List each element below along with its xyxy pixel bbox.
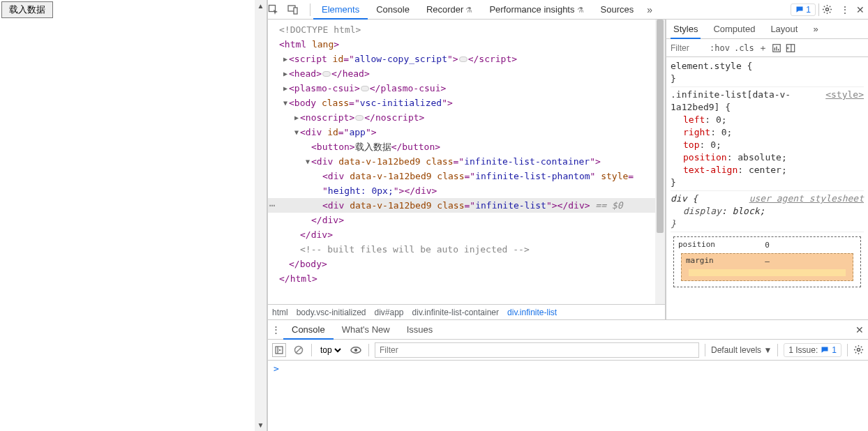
expand-arrow-icon[interactable]: ▶: [292, 110, 301, 125]
page-scrollbar[interactable]: ▲ ▼: [255, 0, 267, 431]
log-levels-select[interactable]: Default levels ▼: [711, 345, 772, 355]
tree-scrollbar[interactable]: [655, 20, 665, 304]
css-prop: display: [683, 206, 721, 216]
dom-node[interactable]: ▶<plasmo-csui></plasmo-csui>: [268, 81, 665, 96]
css-prop[interactable]: top: [683, 139, 699, 150]
dom-node[interactable]: </div>: [268, 227, 665, 242]
tab-console[interactable]: Console: [368, 0, 418, 20]
breadcrumb-item[interactable]: body.vsc-initialized: [297, 308, 366, 317]
dom-node[interactable]: </body>: [268, 257, 665, 271]
box-model[interactable]: position 0 margin –: [673, 236, 861, 287]
console-sidebar-toggle-icon[interactable]: [272, 343, 286, 357]
load-data-button[interactable]: 载入数据: [1, 1, 53, 18]
dom-tree[interactable]: <!DOCTYPE html> <html lang> ▶<script id=…: [268, 20, 665, 304]
breadcrumb-item-active[interactable]: div.infinite-list: [507, 308, 557, 317]
settings-gear-icon[interactable]: [822, 4, 837, 15]
scrollbar-thumb[interactable]: [657, 20, 664, 233]
computed-styles-icon[interactable]: [772, 43, 781, 53]
tab-elements[interactable]: Elements: [313, 0, 368, 20]
console-prompt: >: [274, 363, 279, 374]
kebab-menu-icon[interactable]: ⋮: [837, 4, 853, 15]
tab-layout[interactable]: Layout: [768, 20, 800, 39]
ellipsis-pill-icon[interactable]: [459, 56, 467, 62]
context-select[interactable]: top: [317, 345, 343, 356]
dom-node[interactable]: <button>载入数据</button>: [268, 139, 665, 154]
css-prop[interactable]: text-align: [683, 165, 738, 175]
issues-counter[interactable]: 1 Issue: 1: [784, 343, 841, 357]
dom-node[interactable]: </div>: [268, 213, 665, 227]
hov-toggle[interactable]: :hov: [710, 43, 730, 53]
dom-node[interactable]: </html>: [268, 271, 665, 286]
collapse-arrow-icon[interactable]: ▼: [303, 154, 313, 169]
css-brace: }: [671, 73, 864, 85]
close-devtools-icon[interactable]: ✕: [853, 4, 868, 15]
css-selector[interactable]: .infinite-list[data-v-1a12bed9] {: [671, 89, 791, 112]
scroll-up-arrow-icon[interactable]: ▲: [257, 0, 264, 12]
issue-count: 1: [806, 5, 811, 15]
live-expression-icon[interactable]: [349, 343, 363, 357]
css-selector[interactable]: element.style {: [671, 61, 752, 71]
breadcrumb-item[interactable]: html: [272, 308, 288, 317]
breadcrumb-item[interactable]: div#app: [375, 308, 404, 317]
css-prop[interactable]: right: [683, 127, 710, 137]
tab-recorder[interactable]: Recorder⚗: [418, 0, 481, 20]
dom-node[interactable]: ▼<div id="app">: [268, 125, 665, 139]
css-source-link: user agent stylesheet: [749, 192, 864, 205]
tab-computed[interactable]: Computed: [710, 20, 758, 39]
tab-sources[interactable]: Sources: [592, 0, 643, 20]
css-prop[interactable]: left: [683, 114, 705, 125]
css-brace: }: [671, 218, 864, 230]
drawer-tab-issues[interactable]: Issues: [398, 320, 442, 340]
dom-node[interactable]: ▶<script id="allow-copy_script"></script…: [268, 52, 665, 66]
styles-body[interactable]: element.style { } <style>.infinite-list[…: [666, 57, 868, 319]
cls-toggle[interactable]: .cls: [734, 43, 754, 53]
dom-node[interactable]: "height: 0px;"></div>: [268, 183, 665, 198]
flask-icon: ⚗: [465, 6, 472, 14]
device-toggle-icon[interactable]: [287, 4, 307, 15]
ellipsis-pill-icon[interactable]: [322, 71, 331, 77]
dom-node[interactable]: ▶<head></head>: [268, 66, 665, 81]
inspect-element-icon[interactable]: [268, 4, 287, 15]
dom-node[interactable]: <html lang>: [268, 37, 665, 52]
box-model-position-label: position: [678, 239, 715, 251]
issues-badge[interactable]: 1: [791, 3, 816, 16]
webpage-viewport: 载入数据 ▲ ▼: [0, 0, 267, 431]
toggle-sidebar-icon[interactable]: [786, 43, 795, 53]
console-toolbar: top Default levels ▼ 1 Issue: 1: [268, 340, 868, 361]
svg-point-12: [354, 348, 357, 351]
dom-node[interactable]: ▶<noscript></noscript>: [268, 110, 665, 125]
drawer-tab-console[interactable]: Console: [283, 320, 334, 340]
collapse-arrow-icon[interactable]: ▼: [280, 96, 290, 110]
more-tabs-icon[interactable]: »: [810, 20, 821, 39]
console-settings-gear-icon[interactable]: [853, 345, 864, 355]
dom-node[interactable]: <!DOCTYPE html>: [268, 22, 665, 37]
expand-arrow-icon[interactable]: ▶: [280, 81, 290, 96]
devtools-panel: Elements Console Recorder⚗ Performance i…: [267, 0, 868, 431]
ellipsis-pill-icon[interactable]: [361, 86, 369, 91]
dom-node[interactable]: <div data-v-1a12bed9 class="infinite-lis…: [268, 169, 665, 183]
clear-console-icon[interactable]: [292, 343, 306, 357]
tab-styles[interactable]: Styles: [671, 20, 701, 39]
tab-performance-insights[interactable]: Performance insights⚗: [481, 0, 592, 20]
collapse-arrow-icon[interactable]: ▼: [292, 125, 301, 139]
more-tabs-icon[interactable]: »: [642, 4, 657, 15]
dom-node-selected[interactable]: <div data-v-1a12bed9 class="infinite-lis…: [268, 198, 665, 213]
box-model-margin-label: margin: [686, 255, 714, 267]
drawer-close-icon[interactable]: ✕: [851, 324, 868, 335]
expand-arrow-icon[interactable]: ▶: [280, 52, 290, 66]
dom-node[interactable]: <!-- built files will be auto injected -…: [268, 242, 665, 257]
scroll-down-arrow-icon[interactable]: ▼: [257, 419, 264, 431]
css-prop[interactable]: position: [683, 152, 727, 162]
styles-filter-input[interactable]: [671, 43, 705, 53]
ellipsis-pill-icon[interactable]: [355, 115, 364, 121]
drawer-menu-icon[interactable]: ⋮: [268, 324, 283, 335]
css-source-link[interactable]: <style>: [825, 89, 864, 101]
breadcrumb-item[interactable]: div.infinite-list-container: [412, 308, 500, 317]
drawer-tab-whatsnew[interactable]: What's New: [334, 320, 398, 340]
dom-node[interactable]: ▼<div data-v-1a12bed9 class="infinite-li…: [268, 154, 665, 169]
dom-node[interactable]: ▼<body class="vsc-initialized">: [268, 96, 665, 110]
expand-arrow-icon[interactable]: ▶: [280, 66, 290, 81]
new-style-rule-icon[interactable]: ＋: [758, 42, 768, 54]
console-output[interactable]: >: [268, 361, 868, 431]
console-filter-input[interactable]: [375, 342, 699, 358]
